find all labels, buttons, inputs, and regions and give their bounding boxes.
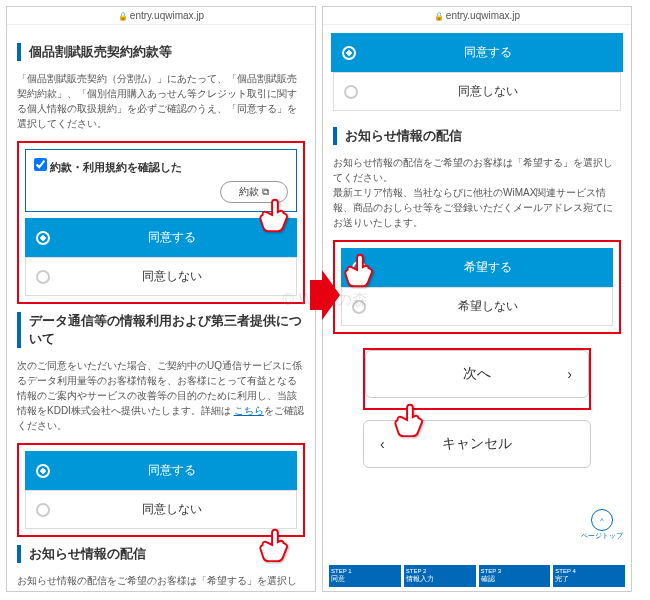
- option-disagree-2[interactable]: 同意しない: [25, 490, 297, 529]
- option-disagree-top[interactable]: 同意しない: [333, 72, 621, 111]
- step-2: STEP 2情報入力: [404, 565, 476, 587]
- step-indicator: STEP 1同意 STEP 2情報入力 STEP 3確認 STEP 4完了: [323, 565, 631, 587]
- section-title-notify: お知らせ情報の配信: [333, 127, 621, 145]
- chevron-left-icon: ‹: [380, 436, 385, 452]
- pointer-hand-icon: [340, 250, 378, 288]
- section-desc-2: 次のご同意をいただいた場合、ご契約中のUQ通信サービスに係るデータ利用量等のお客…: [17, 358, 305, 433]
- option-disagree[interactable]: 同意しない: [25, 257, 297, 296]
- chevron-right-icon: ›: [567, 366, 572, 382]
- section-desc-3: お知らせ情報の配信をご希望のお客様は「希望する」を選択してください。: [17, 573, 305, 592]
- section-desc-notify: お知らせ情報の配信をご希望のお客様は「希望する」を選択してください。 最新エリア…: [333, 155, 621, 230]
- page-top-button[interactable]: ^ ページトップ: [581, 509, 623, 541]
- flow-arrow-icon: [310, 270, 340, 320]
- chevron-up-icon: ^: [591, 509, 613, 531]
- svg-marker-0: [310, 270, 340, 320]
- left-screenshot: entry.uqwimax.jp 個品割賦販売契約約款等 「個品割賦販売契約（分…: [6, 6, 316, 592]
- radio-icon: [36, 503, 50, 517]
- radio-icon: [352, 300, 366, 314]
- option-agree-2[interactable]: 同意する: [25, 451, 297, 490]
- step-3: STEP 3確認: [479, 565, 551, 587]
- terms-checkbox-label[interactable]: 約款・利用規約を確認した: [34, 161, 182, 173]
- pointer-hand-icon: [255, 195, 293, 233]
- section-title-2: データ通信等の情報利用および第三者提供について: [17, 312, 305, 348]
- pointer-hand-icon: [390, 400, 428, 438]
- terms-checkbox[interactable]: [34, 158, 47, 171]
- radio-icon: [36, 270, 50, 284]
- highlight-box-2: 同意する 同意しない: [17, 443, 305, 537]
- radio-icon: [36, 231, 50, 245]
- option-want[interactable]: 希望する: [341, 248, 613, 287]
- right-screenshot: entry.uqwimax.jp 同意する 同意しない お知らせ情報の配信 お知…: [322, 6, 632, 592]
- step-1: STEP 1同意: [329, 565, 401, 587]
- next-button[interactable]: 次へ›: [365, 350, 589, 398]
- option-nowant[interactable]: 希望しない: [341, 287, 613, 326]
- url-bar: entry.uqwimax.jp: [7, 7, 315, 25]
- step-4: STEP 4完了: [553, 565, 625, 587]
- radio-icon: [344, 85, 358, 99]
- detail-link[interactable]: こちら: [234, 405, 264, 416]
- radio-icon: [342, 46, 356, 60]
- section-desc-1: 「個品割賦販売契約（分割払）」にあたって、「個品割賦販売契約約款」、「個別信用購…: [17, 71, 305, 131]
- option-agree-top[interactable]: 同意する: [331, 33, 623, 72]
- pointer-hand-icon: [255, 525, 293, 563]
- section-title-1: 個品割賦販売契約約款等: [17, 43, 305, 61]
- url-bar: entry.uqwimax.jp: [323, 7, 631, 25]
- radio-icon: [36, 464, 50, 478]
